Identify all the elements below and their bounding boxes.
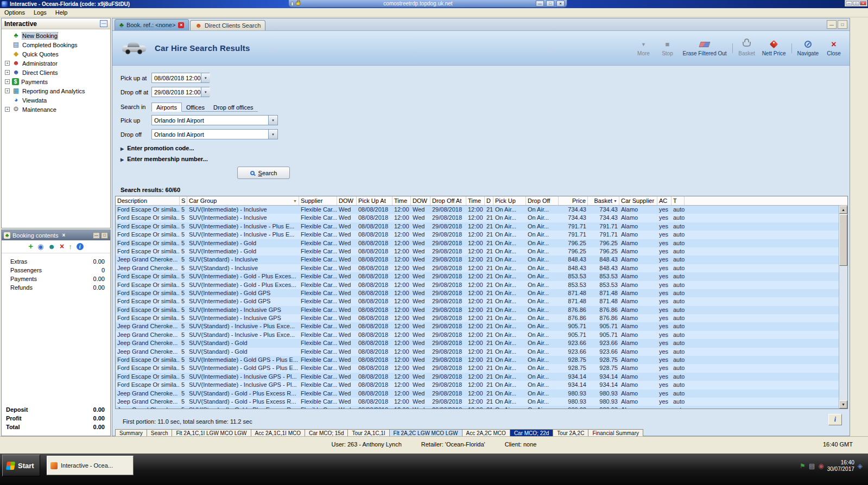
col-dow-pick[interactable]: DOW [337,196,357,205]
col-car-group[interactable]: Car Group [187,196,299,205]
expand-plus-icon[interactable]: + [5,88,10,93]
taskbar-app-button[interactable]: Interactive - Ocea... [47,456,134,475]
result-row[interactable]: Ford Escape Or simila... 5 SUV(Intermedi… [116,356,839,364]
col-ac[interactable]: AC [657,196,671,205]
col-car-supplier[interactable]: Car Supplier [619,196,657,205]
info-button[interactable]: i [828,414,842,425]
sidebar-item[interactable]: New Booking [2,31,110,40]
taskbar-clock[interactable]: 16:40 30/07/2017 [827,460,854,473]
col-t[interactable]: T [671,196,685,205]
sidebar-item[interactable]: + Direct Clients [2,68,110,77]
menu-logs[interactable]: Logs [29,9,51,16]
sidebar-item[interactable]: Completed Bookings [2,40,110,49]
result-row[interactable]: Ford Escape Or simila... 5 SUV(Intermedi… [116,306,839,314]
tab-drop-off-offices[interactable]: Drop off offices [209,103,258,111]
chevron-down-icon[interactable] [268,116,277,125]
result-row[interactable]: Ford Escape Or simila... 5 SUV(Intermedi… [116,314,839,322]
tray-display-icon[interactable] [809,462,815,470]
col-supplier[interactable]: Supplier [299,196,337,205]
result-row[interactable]: Ford Escape Or simila... 5 SUV(Intermedi… [116,373,839,381]
result-row[interactable]: Jeep Grand Cheroke... 5 SUV(Standard) - … [116,322,839,330]
expand-plus-icon[interactable]: + [5,70,10,75]
stop-button[interactable]: Stop [656,39,679,58]
sidebar-item[interactable]: Quick Quotes [2,49,110,59]
tab-airports[interactable]: Airports [151,103,182,112]
result-row[interactable]: Jeep Grand Cheroke... 5 SUV(Standard) - … [116,348,839,356]
scroll-down-icon[interactable] [839,400,847,409]
booking-contents-maximize-button[interactable] [101,232,108,239]
panel-minimize-button[interactable] [827,20,837,29]
result-row[interactable]: Ford Escape Or simila... 5 SUV(Intermedi… [116,247,839,256]
rdp-minimize-button[interactable] [536,1,544,7]
panel-collapse-button[interactable] [100,20,107,27]
tray-flag-icon[interactable] [800,462,806,470]
vertical-scrollbar[interactable] [839,206,847,409]
sidebar-item[interactable]: Viewdata [2,95,110,105]
col-days[interactable]: D [485,196,493,205]
erase-filtered-out-button[interactable]: Erase Filtered Out [680,39,729,58]
tab-direct-clients-search[interactable]: Direct Clients Search [190,20,265,30]
passengers-icon[interactable] [48,243,55,251]
panel-restore-button[interactable] [838,20,847,29]
col-basket[interactable]: Basket [588,196,619,205]
search-button[interactable]: Search [237,167,290,179]
result-row[interactable]: Ford Escape Or simila... 5 SUV(Intermedi… [116,381,839,389]
result-row[interactable]: Ford Escape Or simila... 5 SUV(Intermedi… [116,222,839,231]
rdp-close-button[interactable] [556,1,565,7]
col-price[interactable]: Price [559,196,588,205]
col-dow-drop[interactable]: DOW [411,196,430,205]
result-row[interactable]: Ford Escape Or simila... 5 SUV(Intermedi… [116,214,839,222]
tab-offices[interactable]: Offices [182,103,209,111]
result-row[interactable]: Jeep Grand Cheroke... 5 SUV(Standard) - … [116,406,839,409]
outer-restore-button[interactable] [853,1,859,5]
menu-help[interactable]: Help [51,9,72,16]
drop-off-combo[interactable]: Orlando Intl Airport [151,129,278,139]
membership-number-expander[interactable]: Enter membership number... [121,156,208,162]
result-row[interactable]: Ford Escape Or simila... 5 SUV(Intermedi… [116,297,839,305]
booking-contents-row[interactable]: Payments 0.00 [2,276,110,284]
col-time-pick[interactable]: Time [392,196,411,205]
sidebar-item[interactable]: + Administrator [2,59,110,68]
result-row[interactable]: Ford Escape Or simila... 5 SUV(Intermedi… [116,272,839,280]
rdp-restore-button[interactable] [546,1,554,7]
pin-icon[interactable] [291,2,294,6]
sidebar-item[interactable]: + Maintenance [2,105,110,114]
sidebar-item[interactable]: + Payments [2,77,110,86]
booking-contents-row[interactable]: Passengers 0 [2,267,110,276]
pick-up-at-combo[interactable]: 08/08/2018 12:00 [151,73,210,83]
result-row[interactable]: Ford Escape Or simila... 5 SUV(Intermedi… [116,239,839,247]
navigate-button[interactable]: Navigate [795,39,821,58]
start-button[interactable]: Start [2,455,40,476]
move-up-icon[interactable] [68,243,72,251]
globe-icon[interactable] [37,243,43,251]
result-row[interactable]: Ford Escape Or simila... 5 SUV(Intermedi… [116,281,839,289]
promotion-code-expander[interactable]: Enter promotion code... [121,145,194,151]
filter-funnel-icon[interactable] [293,199,297,203]
booking-contents-close-icon[interactable] [60,232,67,239]
menu-options[interactable]: Options [0,9,29,16]
scrollbar-thumb[interactable] [839,214,847,266]
result-row[interactable]: Ford Escape Or simila... 5 SUV(Intermedi… [116,206,839,214]
add-icon[interactable] [28,242,33,251]
scroll-up-icon[interactable] [839,206,847,214]
col-time-drop[interactable]: Time [466,196,485,205]
chevron-down-icon[interactable] [268,130,277,139]
expand-plus-icon[interactable]: + [5,79,10,84]
result-row[interactable]: Jeep Grand Cheroke... 5 SUV(Standard) - … [116,256,839,264]
col-description[interactable]: Description [116,196,180,205]
tab-booking-ref[interactable]: Book. ref.: <none> [115,19,189,30]
sidebar-item[interactable]: + Reporting and Analytics [2,86,110,95]
chevron-down-icon[interactable] [201,87,210,97]
booking-contents-row[interactable]: Refunds 0.00 [2,284,110,293]
result-row[interactable]: Jeep Grand Cheroke... 5 SUV(Standard) - … [116,390,839,398]
col-pick-up[interactable]: Pick Up [493,196,526,205]
result-row[interactable]: Jeep Grand Cheroke... 5 SUV(Standard) - … [116,264,839,272]
col-s[interactable]: S [180,196,187,205]
expand-plus-icon[interactable]: + [5,107,10,112]
basket-button[interactable]: Basket [736,39,758,58]
outer-minimize-button[interactable] [846,1,852,5]
booking-contents-row[interactable]: Extras 0.00 [2,258,110,267]
close-button[interactable]: Close [822,39,845,58]
col-drop-off[interactable]: Drop Off [526,196,559,205]
nett-price-button[interactable]: Nett Price [759,39,789,58]
